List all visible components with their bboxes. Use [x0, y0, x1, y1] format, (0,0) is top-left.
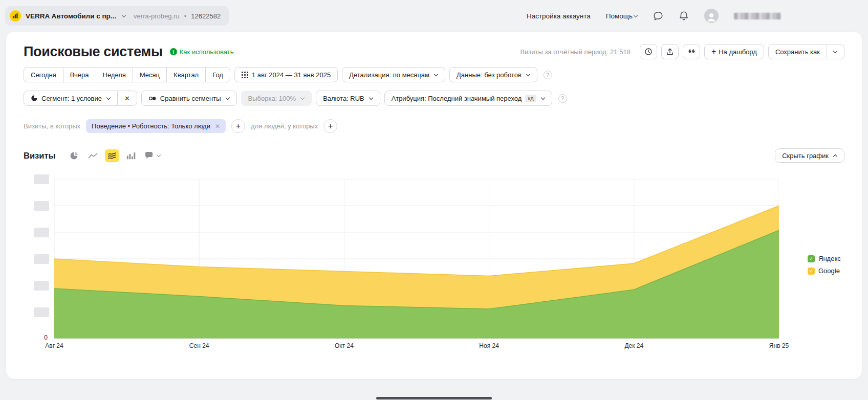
stacked-area-chart-icon[interactable]	[105, 149, 119, 162]
bell-icon[interactable]	[679, 11, 689, 21]
visits-summary: Визиты за отчётный период: 21 518	[520, 48, 630, 56]
counter-name: VERRA Автомобили с пр...	[26, 12, 116, 20]
plus-icon: +	[711, 47, 716, 56]
add-visit-condition-button[interactable]: +	[231, 119, 245, 133]
x-tick-label: Сен 24	[189, 342, 209, 349]
legend-item-yandex[interactable]: ✓ Яндекс	[808, 255, 844, 262]
date-range-label: 1 авг 2024 — 31 янв 2025	[252, 71, 331, 79]
preset-yesterday-button[interactable]: Вчера	[63, 67, 96, 82]
data-mode-dropdown[interactable]: Данные: без роботов	[449, 67, 537, 82]
attribution-label: Атрибуция: Последний значимый переход	[392, 95, 522, 102]
y-tick-redacted	[34, 254, 49, 264]
username-redacted	[734, 13, 781, 19]
x-tick-label: Окт 24	[335, 342, 354, 349]
preset-year-button[interactable]: Год	[205, 67, 230, 82]
attribution-dropdown[interactable]: Атрибуция: Последний значимый переход кд	[384, 91, 552, 106]
help-question-icon[interactable]: ?	[544, 71, 552, 79]
topbar-actions: Настройка аккаунта Помощь	[527, 9, 781, 23]
bar-chart-icon[interactable]	[124, 149, 138, 162]
preset-quarter-button[interactable]: Квартал	[166, 67, 206, 82]
line-chart-icon[interactable]	[86, 149, 100, 162]
add-to-dashboard-button[interactable]: + На дашборд	[704, 44, 764, 59]
chevron-down-icon	[833, 49, 837, 53]
chart-header: Визиты Скрыть график	[24, 148, 844, 163]
annotations-dropdown[interactable]	[144, 151, 161, 160]
pie-chart-icon[interactable]	[67, 149, 81, 162]
hide-chart-label: Скрыть график	[782, 152, 829, 160]
export-button[interactable]	[661, 44, 679, 59]
attribution-badge: кд	[525, 95, 536, 102]
chip-close-icon[interactable]: ✕	[215, 123, 220, 130]
counter-domain: verra-probeg.ru	[134, 12, 180, 20]
x-axis-labels: Авг 24 Сен 24 Окт 24 Ноя 24 Дек 24 Янв 2…	[54, 341, 779, 353]
metrica-logo-icon	[10, 10, 21, 21]
preset-today-button[interactable]: Сегодня	[24, 67, 63, 82]
x-tick-label: Дек 24	[624, 342, 643, 349]
segment-chip[interactable]: Поведение • Роботность: Только люди ✕	[86, 119, 226, 133]
header-buttons: + На дашборд Сохранить как	[640, 44, 844, 59]
chevron-up-icon	[833, 154, 837, 158]
people-condition-label: для людей, у которых	[251, 122, 318, 130]
report-header: Поисковые системы i Как использовать Виз…	[24, 43, 844, 60]
x-tick-label: Авг 24	[45, 342, 63, 349]
how-to-use-label: Как использовать	[180, 48, 234, 56]
chart-type-switcher	[67, 149, 138, 162]
save-as-label: Сохранить как	[775, 48, 820, 56]
checkbox-checked-icon: ✓	[808, 255, 815, 262]
detalization-dropdown[interactable]: Детализация: по месяцам	[342, 67, 445, 82]
comment-bubble-icon	[144, 151, 154, 160]
segment-dropdown[interactable]: Сегмент: 1 условие	[24, 91, 118, 106]
report-card: Поисковые системы i Как использовать Виз…	[6, 32, 862, 379]
x-tick-label: Ноя 24	[479, 342, 499, 349]
data-mode-label: Данные: без роботов	[457, 71, 522, 79]
y-axis: 0	[24, 179, 54, 353]
chevron-down-icon	[106, 95, 111, 99]
hide-chart-button[interactable]: Скрыть график	[775, 148, 844, 163]
currency-dropdown[interactable]: Валюта: RUB	[316, 91, 380, 106]
history-button[interactable]	[640, 44, 657, 59]
sampling-label: Выборка: 100%	[248, 95, 296, 102]
add-people-condition-button[interactable]: +	[323, 119, 337, 133]
chevron-down-icon	[300, 95, 305, 99]
y-zero-label: 0	[44, 334, 48, 341]
account-settings-link[interactable]: Настройка аккаунта	[527, 12, 591, 20]
sampling-dropdown[interactable]: Выборка: 100%	[241, 91, 312, 106]
quotes-button[interactable]	[683, 44, 700, 59]
share-icon	[666, 48, 674, 56]
quotes-icon	[687, 48, 696, 56]
segment-chip-label: Поведение • Роботность: Только люди	[92, 122, 210, 130]
horizontal-scrollbar[interactable]	[376, 397, 492, 399]
chevron-down-icon	[526, 72, 530, 76]
segment-pie-icon	[31, 95, 38, 102]
compare-segments-icon	[148, 95, 157, 102]
help-menu[interactable]: Помощь	[606, 12, 638, 20]
plot-area: Авг 24 Сен 24 Окт 24 Ноя 24 Дек 24 Янв 2…	[54, 179, 779, 353]
avatar[interactable]	[704, 9, 719, 23]
x-tick-label: Янв 25	[769, 342, 789, 349]
close-icon: ✕	[124, 95, 130, 102]
chat-icon[interactable]	[653, 11, 663, 21]
segment-chips-row: Визиты, в которых Поведение • Роботность…	[24, 119, 844, 133]
legend-item-google[interactable]: ✓ Google	[808, 267, 844, 275]
help-question-icon[interactable]: ?	[558, 94, 567, 103]
preset-month-button[interactable]: Месяц	[133, 67, 167, 82]
currency-label: Валюта: RUB	[323, 95, 364, 102]
chevron-down-icon	[156, 152, 160, 157]
chevron-down-icon	[225, 95, 229, 99]
how-to-use-link[interactable]: i Как использовать	[170, 48, 234, 56]
y-tick-redacted	[34, 281, 49, 291]
compare-segments-label: Сравнить сегменты	[160, 95, 221, 102]
y-tick-redacted	[34, 307, 49, 317]
visits-area-chart[interactable]	[54, 179, 779, 339]
segment-clear-button[interactable]: ✕	[117, 91, 137, 106]
add-to-dashboard-label: На дашборд	[719, 48, 757, 56]
counter-selector[interactable]: VERRA Автомобили с пр... verra-probeg.ru…	[5, 6, 229, 26]
visits-condition-label: Визиты, в которых	[24, 122, 80, 130]
chart-legend: ✓ Яндекс ✓ Google	[779, 179, 844, 353]
help-menu-label: Помощь	[606, 12, 633, 20]
preset-week-button[interactable]: Неделя	[96, 67, 133, 82]
compare-segments-dropdown[interactable]: Сравнить сегменты	[141, 91, 237, 106]
save-as-button[interactable]: Сохранить как	[768, 44, 844, 59]
visits-chart-section: 0 Авг 24 Сен 24 Окт 24 Ноя 24 Дек 24 Янв…	[24, 179, 844, 353]
date-range-button[interactable]: 1 авг 2024 — 31 янв 2025	[234, 67, 338, 82]
